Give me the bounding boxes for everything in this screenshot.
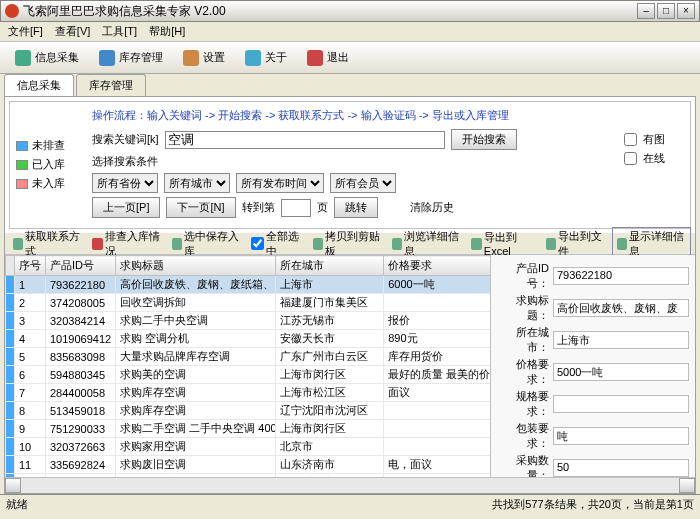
legend-label-1: 未排查 <box>32 138 65 153</box>
exit-icon <box>307 50 323 66</box>
table-row[interactable]: 6594880345求购美的空调上海市闵行区最好的质量 最美的价KFR-123G <box>6 366 492 384</box>
file-icon <box>546 238 556 250</box>
d-city-lbl: 所在城市： <box>497 325 553 355</box>
collect-icon <box>15 50 31 66</box>
app-icon <box>5 4 19 18</box>
scroll-right-icon[interactable] <box>679 478 695 493</box>
legend-color-2 <box>16 160 28 170</box>
legend-color-1 <box>16 141 28 151</box>
keyword-input[interactable] <box>165 131 445 149</box>
legend-label-2: 已入库 <box>32 157 65 172</box>
tool-settings[interactable]: 设置 <box>174 46 234 70</box>
tool-settings-label: 设置 <box>203 50 225 65</box>
d-price[interactable]: 5000一吨 <box>553 363 689 381</box>
d-pid-lbl: 产品ID号： <box>497 261 553 291</box>
tab-stock[interactable]: 库存管理 <box>76 74 146 96</box>
legend-label-3: 未入库 <box>32 176 65 191</box>
cond-label: 选择搜索条件 <box>92 154 158 169</box>
d-pack-lbl: 包装要求： <box>497 421 553 451</box>
province-select[interactable]: 所有省份 <box>92 173 158 193</box>
jump-button[interactable]: 跳转 <box>334 197 378 218</box>
window-title: 飞索阿里巴巴求购信息采集专家 V2.00 <box>23 3 637 20</box>
minimize-button[interactable]: – <box>637 3 655 19</box>
table-row[interactable]: 11335692824求购废旧空调山东济南市电，面议不限 <box>6 456 492 474</box>
start-search-button[interactable]: 开始搜索 <box>451 129 517 150</box>
table-row[interactable]: 3320384214求购二手中央空调江苏无锡市报价不限 <box>6 312 492 330</box>
detail-panel: 产品ID号：793622180 求购标题：高价回收废铁、废钢、废 所在城市：上海… <box>491 255 695 477</box>
d-title-lbl: 求购标题： <box>497 293 553 323</box>
col-rowhdr <box>6 256 15 276</box>
d-spec-lbl: 规格要求： <box>497 389 553 419</box>
table-row[interactable]: 1793622180高价回收废铁、废钢、废纸箱、、废线材上海市6000一吨 <box>6 276 492 294</box>
time-select[interactable]: 所有发布时间 <box>236 173 324 193</box>
col-city[interactable]: 所在城市 <box>276 256 384 276</box>
gear-icon <box>183 50 199 66</box>
tool-exit[interactable]: 退出 <box>298 46 358 70</box>
tool-collect[interactable]: 信息采集 <box>6 46 88 70</box>
maximize-button[interactable]: □ <box>657 3 675 19</box>
tool-collect-label: 信息采集 <box>35 50 79 65</box>
online-checkbox[interactable] <box>624 152 637 165</box>
d-city[interactable]: 上海市 <box>553 331 689 349</box>
tool-about-label: 关于 <box>265 50 287 65</box>
result-grid[interactable]: 序号 产品ID号 求购标题 所在城市 价格要求 规格要求 1793622180高… <box>5 255 491 477</box>
d-spec[interactable] <box>553 395 689 413</box>
table-row[interactable]: 9751290033求购二手空调 二手中央空调 40082027上海市闵行区 <box>6 420 492 438</box>
d-price-lbl: 价格要求： <box>497 357 553 387</box>
table-row[interactable]: 41019069412求购 空调分机安徽天长市890元移动空调 <box>6 330 492 348</box>
col-seq[interactable]: 序号 <box>15 256 46 276</box>
member-select[interactable]: 所有会员 <box>330 173 396 193</box>
prev-page-button[interactable]: 上一页[P] <box>92 197 160 218</box>
menu-view[interactable]: 查看[V] <box>51 22 94 41</box>
city-select[interactable]: 所有城市 <box>164 173 230 193</box>
tool-stock[interactable]: 库存管理 <box>90 46 172 70</box>
menu-file[interactable]: 文件[F] <box>4 22 47 41</box>
status-result: 共找到577条结果，共20页，当前是第1页 <box>492 497 694 512</box>
table-row[interactable]: 8513459018求购库存空调辽宁沈阳市沈河区 <box>6 402 492 420</box>
info-icon <box>245 50 261 66</box>
kw-label: 搜索关键词[k] <box>92 132 159 147</box>
d-title[interactable]: 高价回收废铁、废钢、废 <box>553 299 689 317</box>
tool-about[interactable]: 关于 <box>236 46 296 70</box>
copy-icon <box>313 238 323 250</box>
page-label: 页 <box>317 200 328 215</box>
col-pid[interactable]: 产品ID号 <box>46 256 116 276</box>
tool-exit-label: 退出 <box>327 50 349 65</box>
legend-color-3 <box>16 179 28 189</box>
status-ready: 就绪 <box>6 497 28 512</box>
has-image-label: 有图 <box>643 132 665 147</box>
tab-collect[interactable]: 信息采集 <box>4 74 74 96</box>
flow-hint: 操作流程：输入关键词 -> 开始搜索 -> 获取联系方式 -> 输入验证码 ->… <box>92 108 616 123</box>
goto-page-input[interactable] <box>281 199 311 217</box>
table-row[interactable]: 10320372663求购家用空调北京市 <box>6 438 492 456</box>
d-qty[interactable]: 50 <box>553 459 689 477</box>
table-row[interactable]: 7284400058求购库存空调上海市松江区面议 <box>6 384 492 402</box>
table-row[interactable]: 5835683098大量求购品牌库存空调广东广州市白云区库存用货价1P到3P <box>6 348 492 366</box>
d-pack[interactable]: 吨 <box>553 427 689 445</box>
close-button[interactable]: × <box>677 3 695 19</box>
menu-help[interactable]: 帮助[H] <box>145 22 189 41</box>
detail-icon <box>617 238 627 250</box>
goto-label: 转到第 <box>242 200 275 215</box>
clear-history[interactable]: 清除历史 <box>410 200 454 215</box>
stock-icon <box>99 50 115 66</box>
save-icon <box>172 238 182 250</box>
check-icon <box>92 238 102 250</box>
table-row[interactable]: 2374208005回收空调拆卸福建厦门市集美区 <box>6 294 492 312</box>
col-title[interactable]: 求购标题 <box>116 256 276 276</box>
next-page-button[interactable]: 下一页[N] <box>166 197 235 218</box>
has-image-checkbox[interactable] <box>624 133 637 146</box>
d-pid[interactable]: 793622180 <box>553 267 689 285</box>
d-qty-lbl: 采购数量： <box>497 453 553 477</box>
col-price[interactable]: 价格要求 <box>384 256 491 276</box>
online-label: 在线 <box>643 151 665 166</box>
stb-excel[interactable]: 导出到Excel <box>467 229 539 258</box>
contact-icon <box>13 238 23 250</box>
browse-icon <box>392 238 402 250</box>
scroll-left-icon[interactable] <box>5 478 21 493</box>
menu-tools[interactable]: 工具[T] <box>98 22 141 41</box>
tool-stock-label: 库存管理 <box>119 50 163 65</box>
excel-icon <box>471 238 481 250</box>
selectall-checkbox[interactable] <box>251 237 264 250</box>
h-scrollbar[interactable] <box>5 477 695 493</box>
